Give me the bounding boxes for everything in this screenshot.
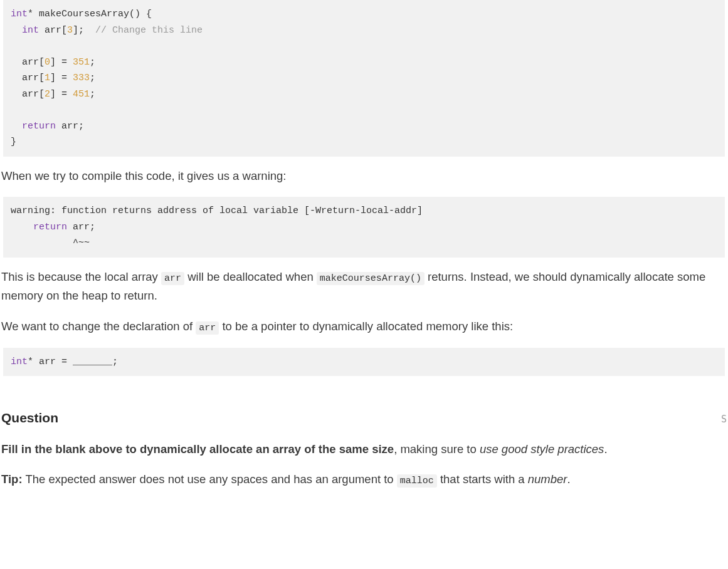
prompt-bold: Fill in the blank above to dynamically a… — [1, 442, 394, 456]
code-token: } — [11, 137, 16, 147]
prompt-text: . — [567, 472, 571, 486]
code-token-number: 333 — [73, 73, 90, 83]
code-token: * arr = _______; — [28, 357, 118, 367]
code-token: ] = — [50, 89, 73, 100]
code-block-warning: warning: function returns address of loc… — [3, 197, 725, 258]
code-token-number: 0 — [45, 57, 50, 68]
code-token: arr[ — [22, 57, 45, 68]
warning-line: warning: function returns address of loc… — [11, 206, 423, 216]
explanation-paragraph-3: We want to change the declaration of arr… — [1, 317, 727, 337]
inline-code-arr: arr — [196, 321, 219, 335]
text-segment: We want to change the declaration of — [1, 320, 196, 333]
warning-caret: ^~~ — [11, 238, 90, 248]
code-token-type: int — [22, 25, 39, 36]
prompt-text: . — [604, 442, 607, 456]
explanation-paragraph-1: When we try to compile this code, it giv… — [1, 167, 727, 186]
question-header-row: Question S — [1, 407, 727, 429]
tip-label: Tip: — [1, 472, 23, 486]
code-block-function: int* makeCoursesArray() { int arr[3]; //… — [3, 0, 725, 157]
code-token-keyword: return — [22, 121, 56, 132]
prompt-text: The expected answer does not use any spa… — [23, 472, 397, 486]
question-prompt-2: Tip: The expected answer does not use an… — [1, 470, 727, 489]
explanation-paragraph-2: This is because the local array arr will… — [1, 268, 727, 306]
question-tag: S — [721, 412, 727, 427]
code-block-blank: int* arr = _______; — [3, 348, 725, 377]
code-token-type: int — [11, 9, 28, 19]
code-indent — [11, 57, 22, 68]
code-token-number: 2 — [45, 89, 50, 100]
code-indent — [11, 25, 22, 36]
text-segment: will be deallocated when — [184, 270, 317, 283]
question-prompt-1: Fill in the blank above to dynamically a… — [1, 440, 727, 459]
code-token: * — [28, 9, 33, 19]
question-heading: Question — [1, 407, 58, 429]
code-token-keyword: return — [33, 222, 67, 232]
code-token-number: 351 — [73, 57, 90, 68]
code-token: makeCoursesArray() { — [33, 9, 152, 19]
code-indent — [11, 89, 22, 100]
code-token: arr; — [56, 121, 84, 132]
inline-code-malloc: malloc — [397, 474, 437, 488]
code-token: ] = — [50, 73, 73, 83]
code-indent — [11, 73, 22, 83]
code-indent — [11, 121, 22, 132]
code-token-comment: // Change this line — [95, 25, 203, 36]
code-token: arr[ — [22, 89, 45, 100]
code-token: ; — [90, 57, 95, 68]
code-token: arr[ — [39, 25, 67, 36]
prompt-italic: use good style practices — [480, 442, 604, 456]
code-token: ; — [90, 73, 95, 83]
prompt-text: , making sure to — [394, 442, 480, 456]
code-token-number: 451 — [73, 89, 90, 100]
code-token-number: 3 — [67, 25, 73, 36]
inline-code-fn: makeCoursesArray() — [317, 272, 425, 285]
code-token: ]; — [73, 25, 95, 36]
code-token-number: 1 — [45, 73, 50, 83]
code-token: ; — [90, 89, 95, 100]
code-token: ] = — [50, 57, 73, 68]
code-token: arr[ — [22, 73, 45, 83]
prompt-text: that starts with a — [437, 472, 528, 486]
code-indent — [11, 222, 33, 232]
code-token: arr; — [67, 222, 95, 232]
text-segment: This is because the local array — [1, 270, 161, 283]
prompt-italic: number — [528, 472, 567, 486]
text-segment: to be a pointer to dynamically allocated… — [219, 320, 513, 333]
code-token-type: int — [11, 357, 28, 367]
inline-code-arr: arr — [161, 272, 184, 285]
